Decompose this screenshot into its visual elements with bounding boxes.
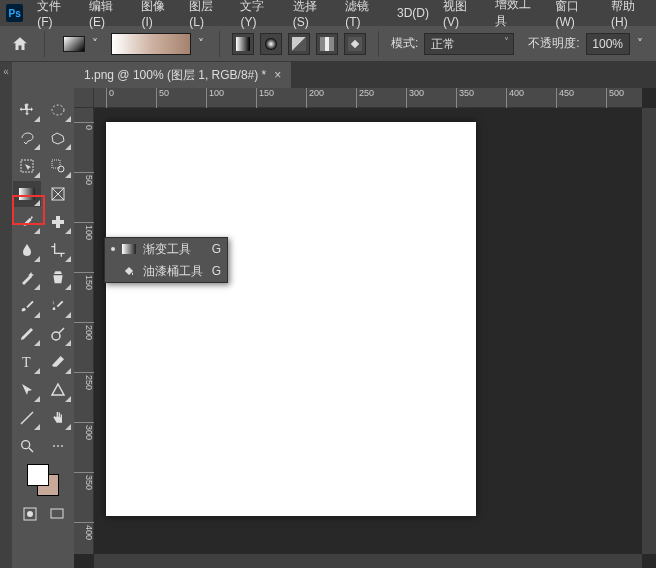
gradient-radial-button[interactable] (260, 33, 282, 55)
menu-plugins[interactable]: 增效工具 (489, 0, 547, 34)
active-dot-icon (111, 247, 115, 251)
ruler-tick: 250 (356, 88, 374, 108)
edit-toolbar-button[interactable]: ⋯ (44, 433, 72, 459)
document-tab-bar: 1.png @ 100% (图层 1, RGB/8#) * × (74, 62, 656, 88)
eyedropper-tool[interactable] (13, 209, 41, 235)
svg-rect-3 (325, 37, 329, 51)
separator (378, 31, 379, 57)
lasso-tool[interactable] (13, 125, 41, 151)
canvas-viewport: 050100150200250300350400450500 050100150… (74, 88, 656, 568)
brush-tool[interactable] (13, 293, 41, 319)
tool-preset-swatch[interactable] (63, 36, 85, 52)
ruler-tick: 200 (306, 88, 324, 108)
menu-edit[interactable]: 编辑(E) (83, 0, 133, 33)
shape-tool[interactable] (44, 377, 72, 403)
canvas[interactable] (106, 122, 476, 516)
document-area: 1.png @ 100% (图层 1, RGB/8#) * × 05010015… (74, 62, 656, 568)
ruler-vertical[interactable]: 050100150200250300350400 (74, 108, 94, 554)
ruler-tick: 300 (406, 88, 424, 108)
svg-rect-25 (122, 244, 136, 254)
svg-rect-15 (56, 216, 60, 228)
gradient-reflected-button[interactable] (316, 33, 338, 55)
svg-point-16 (52, 332, 60, 340)
eraser-tool[interactable] (44, 349, 72, 375)
gradient-preview[interactable] (111, 33, 191, 55)
zoom-tool[interactable] (13, 433, 41, 459)
menu-select[interactable]: 选择(S) (287, 0, 337, 33)
wand-tool[interactable] (13, 265, 41, 291)
color-swatches[interactable] (27, 464, 59, 496)
object-select-tool[interactable] (13, 153, 41, 179)
opacity-dropdown[interactable]: ˅ (634, 36, 646, 52)
clone-tool[interactable] (44, 265, 72, 291)
type-tool[interactable]: T (13, 349, 41, 375)
ruler-tick: 0 (106, 88, 114, 108)
gradient-tool[interactable] (13, 181, 41, 207)
menu-help[interactable]: 帮助(H) (605, 0, 656, 33)
menu-3d[interactable]: 3D(D) (391, 2, 435, 24)
ruler-tick: 200 (74, 322, 94, 340)
gradient-linear-button[interactable] (232, 33, 254, 55)
foreground-color[interactable] (27, 464, 49, 486)
screenmode-button[interactable] (48, 505, 66, 523)
svg-line-21 (29, 448, 33, 452)
flyout-item-gradient[interactable]: 渐变工具 G (105, 238, 227, 260)
ruler-tick: 400 (74, 522, 94, 540)
ruler-tick: 350 (456, 88, 474, 108)
ellipse-select-tool[interactable] (44, 97, 72, 123)
blend-mode-select[interactable]: 正常 (424, 33, 514, 55)
svg-rect-10 (19, 188, 35, 200)
frame-tool[interactable] (44, 181, 72, 207)
history-brush-tool[interactable] (44, 293, 72, 319)
scrollbar-vertical[interactable] (642, 108, 656, 554)
flyout-label: 渐变工具 (143, 241, 191, 258)
menu-filter[interactable]: 滤镜(T) (339, 0, 389, 33)
gradient-angle-button[interactable] (288, 33, 310, 55)
menu-file[interactable]: 文件(F) (31, 0, 81, 33)
crop-tool[interactable] (44, 237, 72, 263)
tool-preset-dropdown[interactable]: ˅ (89, 36, 101, 52)
ruler-horizontal[interactable]: 050100150200250300350400450500 (94, 88, 642, 108)
spot-heal-tool[interactable] (44, 209, 72, 235)
app-logo: Ps (6, 4, 23, 22)
collapse-handle[interactable]: « (0, 62, 12, 568)
line-tool[interactable] (13, 405, 41, 431)
ruler-corner (74, 88, 94, 108)
quick-select-tool[interactable] (44, 153, 72, 179)
tool-palette: T ⋯ (12, 62, 74, 568)
work-area: « T (0, 62, 656, 568)
move-tool[interactable] (13, 97, 41, 123)
ruler-tick: 300 (74, 422, 94, 440)
gradient-icon (121, 241, 137, 257)
svg-point-9 (58, 166, 64, 172)
ruler-tick: 450 (556, 88, 574, 108)
quickmask-button[interactable] (21, 505, 39, 523)
home-button[interactable] (8, 32, 32, 56)
close-tab-icon[interactable]: × (274, 68, 281, 82)
opacity-input[interactable]: 100% (586, 33, 630, 55)
opacity-label: 不透明度: (528, 35, 579, 52)
document-tab[interactable]: 1.png @ 100% (图层 1, RGB/8#) * × (74, 62, 291, 88)
path-select-tool[interactable] (13, 377, 41, 403)
menu-type[interactable]: 文字(Y) (234, 0, 284, 33)
gradient-picker-dropdown[interactable]: ˅ (195, 36, 207, 52)
ruler-tick: 500 (606, 88, 624, 108)
blur-tool[interactable] (13, 237, 41, 263)
dodge-tool[interactable] (44, 321, 72, 347)
menu-layer[interactable]: 图层(L) (183, 0, 232, 33)
ruler-tick: 0 (74, 122, 94, 130)
gradient-diamond-button[interactable] (344, 33, 366, 55)
scrollbar-horizontal[interactable] (94, 554, 642, 568)
svg-line-19 (21, 412, 33, 424)
flyout-label: 油漆桶工具 (143, 263, 203, 280)
menu-window[interactable]: 窗口(W) (549, 0, 603, 33)
separator (44, 31, 45, 57)
menu-image[interactable]: 图像(I) (135, 0, 181, 33)
svg-rect-24 (51, 509, 63, 518)
hand-tool[interactable] (44, 405, 72, 431)
polygon-lasso-tool[interactable] (44, 125, 72, 151)
menu-view[interactable]: 视图(V) (437, 0, 487, 33)
flyout-item-paintbucket[interactable]: 油漆桶工具 G (105, 260, 227, 282)
pen-tool[interactable] (13, 321, 41, 347)
svg-rect-0 (236, 37, 250, 51)
